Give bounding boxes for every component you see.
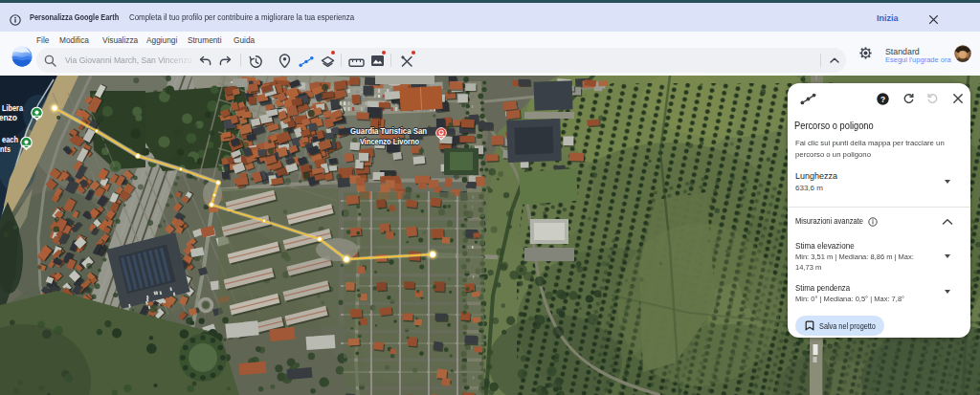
svg-text:cenzo: cenzo xyxy=(0,112,17,122)
svg-text:ents: ents xyxy=(0,143,11,154)
svg-text:Guardia Turistica San: Guardia Turistica San xyxy=(350,126,427,136)
svg-text:?: ? xyxy=(880,95,885,104)
svg-text:Vincenzo Livorno: Vincenzo Livorno xyxy=(360,137,419,146)
